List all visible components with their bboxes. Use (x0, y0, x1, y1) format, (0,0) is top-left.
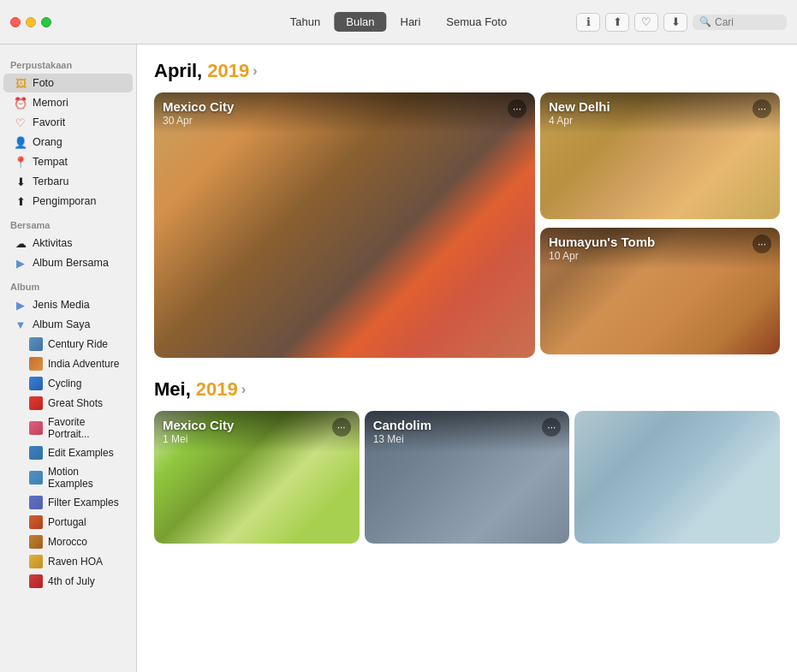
sidebar-item-india-adventure-label: India Adventure (48, 358, 119, 370)
info-button[interactable]: ℹ (576, 13, 600, 32)
april-chevron-icon[interactable]: › (253, 63, 257, 79)
minimize-button[interactable] (26, 17, 36, 27)
mei-third-card[interactable] (574, 411, 780, 544)
sidebar-item-jenis-media[interactable]: ▶ Jenis Media (3, 295, 133, 314)
shared-folder-icon: ▶ (14, 256, 27, 270)
search-bar[interactable]: 🔍 (693, 15, 787, 30)
sidebar-item-favorit[interactable]: ♡ Favorit (3, 113, 133, 132)
great-shots-thumb (29, 396, 43, 410)
sidebar-item-album-bersama-label: Album Bersama (33, 257, 109, 269)
sidebar: Perpustakaan 🖼 Foto ⏰ Memori ♡ Favorit 👤… (0, 45, 137, 672)
sidebar-item-pengimporan[interactable]: ⬆ Pengimporan (3, 192, 133, 211)
sidebar-item-great-shots[interactable]: Great Shots (3, 394, 133, 413)
april-new-delhi-overlay: New Delhi 4 Apr ··· (540, 92, 780, 134)
mei-year-label: 2019 (196, 378, 238, 401)
india-adventure-thumb (29, 357, 43, 371)
sidebar-item-orang[interactable]: 👤 Orang (3, 133, 133, 152)
mei-mexico-overlay: Mexico City 1 Mei ··· (154, 411, 360, 452)
close-button[interactable] (10, 17, 21, 27)
sidebar-item-pengimporan-label: Pengimporan (33, 195, 96, 207)
sidebar-item-motion-examples[interactable]: Motion Examples (3, 463, 133, 492)
tab-semua-foto[interactable]: Semua Foto (434, 12, 519, 32)
sidebar-item-favorite-portraits-label: Favorite Portrait... (48, 416, 122, 440)
sidebar-item-4th-of-july[interactable]: 4th of July (3, 572, 133, 591)
sidebar-item-album-bersama[interactable]: ▶ Album Bersama (3, 253, 133, 272)
april-grid: Mexico City 30 Apr ··· New Delhi 4 Apr ·… (154, 92, 780, 358)
motion-examples-thumb (29, 471, 43, 485)
sidebar-item-morocco-label: Morocco (48, 536, 87, 548)
april-new-delhi-date: 4 Apr (549, 115, 610, 127)
edit-examples-thumb (29, 446, 43, 460)
tab-hari[interactable]: Hari (389, 12, 433, 32)
mei-candolim-card[interactable]: Candolim 13 Mei ··· (365, 411, 570, 544)
sidebar-item-4th-of-july-label: 4th of July (48, 575, 95, 587)
mei-chevron-icon[interactable]: › (241, 382, 246, 397)
mei-mexico-card[interactable]: Mexico City 1 Mei ··· (154, 411, 360, 544)
sidebar-item-aktivitas[interactable]: ☁ Aktivitas (3, 234, 133, 253)
sidebar-item-india-adventure[interactable]: India Adventure (3, 354, 133, 373)
sidebar-item-tempat[interactable]: 📍 Tempat (3, 152, 133, 171)
sidebar-item-filter-examples[interactable]: Filter Examples (3, 493, 133, 512)
april-humayun-date: 10 Apr (549, 250, 655, 262)
april-new-delhi-more-btn[interactable]: ··· (752, 99, 771, 118)
places-icon: 📍 (14, 155, 27, 169)
sidebar-section-perpustakaan: Perpustakaan (0, 51, 136, 73)
tab-tahun[interactable]: Tahun (278, 12, 332, 32)
sidebar-item-great-shots-label: Great Shots (48, 397, 103, 409)
cycling-thumb (29, 377, 43, 390)
sidebar-item-century-ride-label: Century Ride (48, 338, 108, 350)
sidebar-item-century-ride[interactable]: Century Ride (3, 335, 133, 354)
sidebar-item-foto-label: Foto (33, 77, 54, 89)
april-humayun-card[interactable]: Humayun's Tomb 10 Apr ··· (540, 228, 780, 354)
sidebar-item-raven-hoa[interactable]: Raven HOA (3, 552, 133, 571)
sidebar-item-filter-examples-label: Filter Examples (48, 497, 119, 508)
april-humayun-more-btn[interactable]: ··· (752, 235, 771, 253)
april-new-delhi-info: New Delhi 4 Apr (549, 99, 610, 127)
toolbar-right: ℹ ⬆ ♡ ⬇ 🔍 (576, 13, 787, 32)
sidebar-item-terbaru[interactable]: ⬇ Terbaru (3, 172, 133, 191)
mei-candolim-more-btn[interactable]: ··· (542, 418, 561, 437)
april-humayun-overlay: Humayun's Tomb 10 Apr ··· (540, 228, 780, 269)
sidebar-item-portugal[interactable]: Portugal (3, 513, 133, 532)
april-mexico-city-card[interactable]: Mexico City 30 Apr ··· (154, 92, 535, 358)
april-humayun-title: Humayun's Tomb (549, 235, 655, 249)
april-new-delhi-card[interactable]: New Delhi 4 Apr ··· (540, 92, 780, 219)
sidebar-item-tempat-label: Tempat (33, 156, 68, 168)
share-button[interactable]: ⬆ (605, 13, 629, 32)
sidebar-item-terbaru-label: Terbaru (33, 175, 68, 187)
sidebar-item-cycling[interactable]: Cycling (3, 374, 133, 393)
raven-hoa-thumb (29, 555, 43, 568)
sidebar-item-raven-hoa-label: Raven HOA (48, 556, 103, 568)
sidebar-item-aktivitas-label: Aktivitas (33, 237, 73, 249)
save-button[interactable]: ⬇ (663, 13, 687, 32)
sidebar-item-memori[interactable]: ⏰ Memori (3, 93, 133, 112)
sidebar-item-favorite-portraits[interactable]: Favorite Portrait... (3, 413, 133, 443)
sidebar-item-album-saya-label: Album Saya (33, 318, 90, 330)
april-year-label: 2019 (207, 60, 249, 82)
mei-mexico-title: Mexico City (163, 418, 234, 432)
mei-mexico-more-btn[interactable]: ··· (332, 418, 351, 437)
april-mexico-city-overlay: Mexico City 30 Apr ··· (154, 92, 535, 134)
tab-bar: Tahun Bulan Hari Semua Foto (278, 12, 519, 32)
mei-section: Mei, 2019 › Mexico City 1 Mei ··· (154, 378, 780, 544)
search-input[interactable] (715, 16, 783, 28)
mei-candolim-date: 13 Mei (373, 433, 431, 445)
sidebar-item-edit-examples[interactable]: Edit Examples (3, 443, 133, 462)
recent-icon: ⬇ (14, 175, 27, 188)
mei-grid: Mexico City 1 Mei ··· Candolim 13 Mei ··… (154, 411, 780, 544)
mei-mexico-date: 1 Mei (163, 433, 234, 445)
mei-candolim-title: Candolim (373, 418, 431, 432)
mei-mexico-info: Mexico City 1 Mei (163, 418, 234, 445)
favorites-icon: ♡ (14, 116, 27, 129)
fullscreen-button[interactable] (41, 17, 51, 27)
filter-examples-thumb (29, 496, 43, 509)
sidebar-item-jenis-media-label: Jenis Media (33, 299, 90, 311)
april-mexico-city-more-btn[interactable]: ··· (508, 99, 526, 118)
sidebar-item-album-saya[interactable]: ▼ Album Saya (3, 315, 133, 334)
sidebar-item-morocco[interactable]: Morocco (3, 532, 133, 551)
sidebar-item-foto[interactable]: 🖼 Foto (3, 74, 133, 92)
sidebar-item-memori-label: Memori (33, 97, 68, 109)
tab-bulan[interactable]: Bulan (334, 12, 386, 32)
april-mexico-city-date: 30 Apr (163, 115, 234, 127)
heart-button[interactable]: ♡ (634, 13, 658, 32)
